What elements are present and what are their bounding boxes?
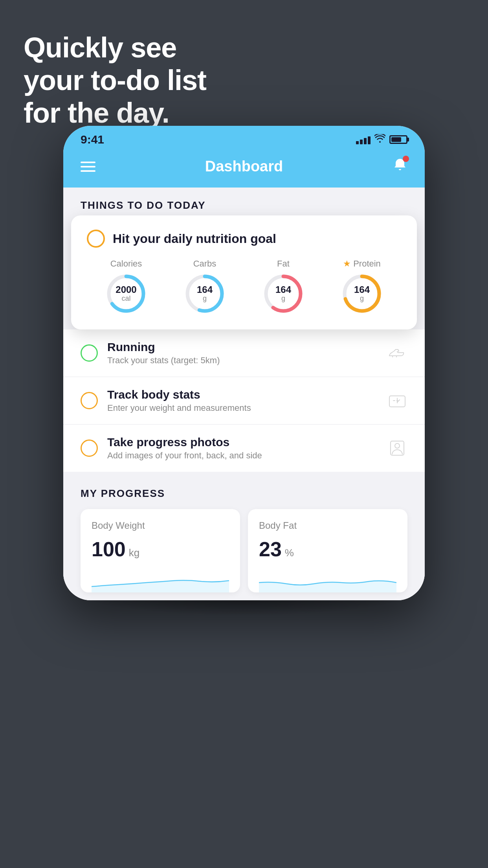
macro-protein-label: ★ Protein [343,259,381,269]
macro-protein-donut: 164 g [340,272,383,315]
progress-section-title: MY PROGRESS [81,487,407,500]
hero-text: Quickly see your to-do list for the day. [24,31,206,129]
nutrition-card[interactable]: Hit your daily nutrition goal Calories [71,215,417,329]
progress-fat-value: 23 [259,537,282,561]
things-section-title: THINGS TO DO TODAY [81,199,206,211]
nutrition-card-title: Hit your daily nutrition goal [113,232,276,246]
todo-item-running[interactable]: Running Track your stats (target: 5km) [63,329,425,377]
progress-weight-value-row: 100 kg [92,537,229,561]
macro-carbs: Carbs 164 g [183,259,226,315]
running-shoe-icon [387,343,407,363]
hero-line1: Quickly see [24,31,206,64]
progress-card-fat-title: Body Fat [259,520,396,531]
wifi-icon [374,134,385,145]
progress-card-weight-title: Body Weight [92,520,229,531]
things-section-header: THINGS TO DO TODAY [63,188,425,215]
macro-fat-label: Fat [277,259,290,269]
app-header: Dashboard [63,149,425,188]
progress-card-weight[interactable]: Body Weight 100 kg [81,509,240,592]
progress-weight-unit: kg [129,547,139,559]
progress-fat-value-row: 23 % [259,537,396,561]
progress-fat-unit: % [285,547,294,559]
weight-sparkline [92,569,229,592]
macro-carbs-label: Carbs [193,259,216,269]
nutrition-checkbox[interactable] [87,230,105,248]
status-bar: 9:41 [63,126,425,149]
todo-photos-checkbox[interactable] [81,440,98,457]
bell-icon[interactable] [393,157,407,176]
person-photo-icon [387,438,407,458]
macro-carbs-donut: 164 g [183,272,226,315]
todo-photos-text: Take progress photos Add images of your … [107,436,387,461]
macro-calories-donut: 2000 cal [105,272,148,315]
app-body: THINGS TO DO TODAY Hit your daily nutrit… [63,188,425,600]
fat-sparkline [259,569,396,592]
todo-bodystats-desc: Enter your weight and measurements [107,403,387,413]
phone: 9:41 [63,126,425,600]
todo-running-desc: Track your stats (target: 5km) [107,355,387,366]
signal-bars-icon [356,135,371,144]
svg-point-9 [396,400,398,401]
progress-section: MY PROGRESS Body Weight 100 kg [63,472,425,600]
macro-protein: ★ Protein 164 g [340,259,383,315]
todo-bodystats-checkbox[interactable] [81,392,98,409]
status-time: 9:41 [81,133,104,146]
progress-cards: Body Weight 100 kg Body Fat [81,509,407,592]
macro-calories: Calories 2000 cal [105,259,148,315]
header-title: Dashboard [205,158,283,175]
phone-wrapper: 9:41 [63,126,425,600]
progress-card-fat[interactable]: Body Fat 23 % [248,509,407,592]
todo-running-text: Running Track your stats (target: 5km) [107,340,387,366]
protein-star-icon: ★ [343,259,351,269]
hero-line3: for the day. [24,97,206,129]
battery-icon [389,135,407,144]
macro-fat: Fat 164 g [262,259,305,315]
scale-icon [387,390,407,411]
hamburger-icon[interactable] [81,162,95,172]
todo-running-name: Running [107,340,387,354]
todo-running-checkbox[interactable] [81,344,98,362]
macro-calories-label: Calories [110,259,142,269]
todo-photos-name: Take progress photos [107,436,387,449]
todo-item-progress-photos[interactable]: Take progress photos Add images of your … [63,425,425,472]
nutrition-macros: Calories 2000 cal [87,259,401,315]
todo-bodystats-name: Track body stats [107,388,387,401]
status-icons [356,134,407,145]
hero-line2: your to-do list [24,64,206,97]
bell-notification-dot [403,156,409,162]
nutrition-card-header: Hit your daily nutrition goal [87,230,401,248]
todo-item-body-stats[interactable]: Track body stats Enter your weight and m… [63,377,425,425]
todo-list: Running Track your stats (target: 5km) [63,329,425,472]
todo-bodystats-text: Track body stats Enter your weight and m… [107,388,387,413]
macro-fat-donut: 164 g [262,272,305,315]
todo-photos-desc: Add images of your front, back, and side [107,451,387,461]
svg-point-11 [395,443,400,448]
progress-weight-value: 100 [92,537,126,561]
